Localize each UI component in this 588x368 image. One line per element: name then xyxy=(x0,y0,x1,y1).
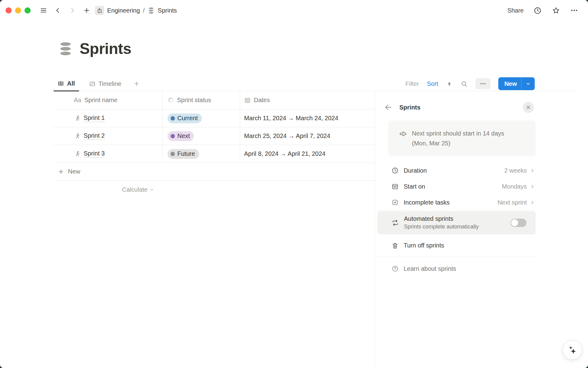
text-property-icon: Aa xyxy=(74,97,81,104)
breadcrumb-teamspace[interactable]: Engineering xyxy=(107,7,140,14)
turn-off-sprints-button[interactable]: Turn off sprints xyxy=(377,234,536,257)
status-pill[interactable]: Next xyxy=(168,131,194,141)
table-row: Sprint 3 Future April 8, 2024 → April 21… xyxy=(54,145,375,163)
automated-sprints-row[interactable]: Automated sprints Sprints complete autom… xyxy=(377,211,536,234)
sprint-name-cell: Sprint 2 xyxy=(54,127,163,145)
ai-assistant-button[interactable] xyxy=(563,340,582,360)
close-icon[interactable] xyxy=(523,102,534,113)
forward-icon[interactable] xyxy=(68,6,77,15)
sprint-status-cell: Future xyxy=(163,145,240,163)
calendar-icon xyxy=(244,97,251,104)
tab-timeline-label: Timeline xyxy=(99,80,122,87)
back-arrow-icon[interactable] xyxy=(384,103,392,111)
favorite-star-icon[interactable] xyxy=(551,6,560,15)
tab-all-label: All xyxy=(67,80,75,87)
automated-sprints-toggle[interactable] xyxy=(511,219,526,227)
column-header-dates[interactable]: Dates xyxy=(240,91,375,109)
sidebar-menu-icon[interactable] xyxy=(39,6,48,15)
sprint-page-link[interactable]: Sprint 3 xyxy=(74,150,105,158)
search-icon[interactable] xyxy=(461,80,468,87)
column-header-sprint-status[interactable]: Sprint status xyxy=(163,91,240,109)
table-view-icon xyxy=(58,80,64,87)
column-label: Sprint status xyxy=(177,97,211,104)
breadcrumb-page[interactable]: Sprints xyxy=(158,7,177,14)
sprint-page-link[interactable]: Sprint 2 xyxy=(74,132,105,140)
dates-cell: April 8, 2024 → April 21, 2024 xyxy=(240,145,375,163)
teamspace-building-icon[interactable] xyxy=(95,6,104,15)
status-pill[interactable]: Future xyxy=(168,149,199,159)
setting-label: Incomplete tasks xyxy=(404,199,450,206)
setting-value-group: Mondays xyxy=(502,183,535,190)
column-label: Sprint name xyxy=(84,97,117,104)
tab-timeline[interactable]: Timeline xyxy=(85,76,126,91)
sprint-name: Sprint 3 xyxy=(84,150,105,158)
setting-duration[interactable]: Duration 2 weeks xyxy=(377,163,536,178)
help-circle-icon xyxy=(391,265,399,272)
date-range[interactable]: March 11, 2024 → March 24, 2024 xyxy=(244,115,338,122)
learn-about-sprints-link[interactable]: Learn about sprints xyxy=(377,261,536,277)
new-button[interactable]: New xyxy=(498,77,535,90)
column-header-sprint-name[interactable]: Aa Sprint name xyxy=(54,91,163,109)
setting-value-group: 2 weeks xyxy=(504,167,535,174)
new-row-button[interactable]: New xyxy=(54,163,375,181)
dates-cell: March 11, 2024 → March 24, 2024 xyxy=(240,109,375,127)
setting-value: Mondays xyxy=(502,183,527,190)
checkbox-icon xyxy=(391,199,399,206)
sprint-settings-panel: Sprints Next sprint should start in 14 d… xyxy=(375,91,588,368)
tab-all[interactable]: All xyxy=(54,76,79,91)
divider xyxy=(377,210,536,211)
close-window-button[interactable] xyxy=(6,7,12,13)
page-title[interactable]: Sprints xyxy=(80,40,131,58)
topbar-actions: Share xyxy=(507,6,579,15)
date-range[interactable]: March 25, 2024 → April 7, 2024 xyxy=(244,132,330,140)
zoom-window-button[interactable] xyxy=(24,7,31,13)
date-range[interactable]: April 8, 2024 → April 21, 2024 xyxy=(244,150,326,157)
runner-icon xyxy=(74,150,81,157)
status-label: Next xyxy=(177,132,190,140)
view-options-icon[interactable] xyxy=(476,78,490,89)
setting-label: Start on xyxy=(404,183,425,190)
database-icon xyxy=(148,7,155,14)
setting-incomplete-tasks[interactable]: Incomplete tasks Next sprint xyxy=(377,194,536,210)
back-icon[interactable] xyxy=(53,6,62,15)
clock-icon xyxy=(391,167,399,174)
status-dot xyxy=(171,152,175,156)
new-page-icon[interactable] xyxy=(82,6,91,15)
panel-header: Sprints xyxy=(377,101,536,113)
runner-icon xyxy=(74,132,81,140)
table-row: Sprint 2 Next March 25, 2024 → April 7, … xyxy=(54,127,375,145)
new-button-label: New xyxy=(498,80,521,87)
setting-start-on[interactable]: Start on Mondays xyxy=(377,178,536,194)
automations-bolt-icon[interactable] xyxy=(446,81,453,87)
sparkles-icon xyxy=(567,345,577,355)
history-clock-icon[interactable] xyxy=(533,6,542,15)
sprint-name-cell: Sprint 1 xyxy=(54,109,163,127)
database-icon[interactable] xyxy=(58,41,73,56)
chevron-right-icon xyxy=(530,200,535,205)
chevron-down-icon[interactable] xyxy=(522,81,535,86)
add-view-icon[interactable] xyxy=(131,76,142,91)
notice-text: Next sprint should start in 14 days (Mon… xyxy=(412,128,520,148)
status-label: Future xyxy=(177,150,195,157)
sprint-page-link[interactable]: Sprint 1 xyxy=(74,114,105,122)
sprint-name-cell: Sprint 3 xyxy=(54,145,163,163)
learn-about-sprints-label: Learn about sprints xyxy=(404,265,456,272)
sprint-status-cell: Current xyxy=(163,109,240,127)
filter-button[interactable]: Filter xyxy=(405,80,419,87)
calculate-button[interactable]: Calculate xyxy=(54,181,163,198)
panel-title: Sprints xyxy=(399,104,420,111)
sprint-status-cell: Next xyxy=(163,127,240,145)
status-property-icon xyxy=(168,97,174,103)
chevron-right-icon xyxy=(530,168,535,173)
more-options-icon[interactable] xyxy=(570,6,579,15)
setting-value: 2 weeks xyxy=(504,167,527,174)
minimize-window-button[interactable] xyxy=(15,7,21,13)
setting-value: Next sprint xyxy=(497,199,527,206)
share-button[interactable]: Share xyxy=(507,7,524,14)
runner-icon xyxy=(74,115,81,122)
arrow-right-outline-icon xyxy=(398,129,408,139)
status-pill[interactable]: Current xyxy=(168,113,202,123)
sort-button[interactable]: Sort xyxy=(427,80,438,87)
plus-icon xyxy=(58,168,64,175)
page-header: Sprints xyxy=(58,40,131,58)
